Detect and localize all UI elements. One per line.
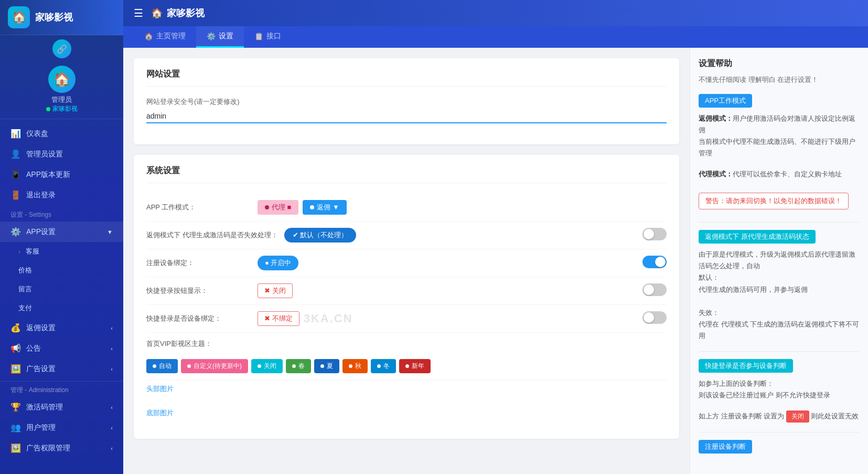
- content-area: 网站设置 网站登录安全号(请一定要修改) 系统设置 APP 工作模式： 代理 ■: [123, 48, 868, 474]
- website-settings-title: 网站设置: [146, 69, 667, 87]
- tab-label: 主页管理: [156, 31, 186, 41]
- topbar: ☰ 🏠 家哆影视: [123, 0, 868, 26]
- sidebar-item-announcement[interactable]: 📢 公告 ‹: [0, 338, 123, 359]
- tabbar: 🏠 主页管理 ⚙️ 设置 📋 接口: [123, 26, 868, 48]
- theme-row: 首页VIP影视区主题： 自动 自定义(待更新中) 关闭 春 夏 秋 冬 新年: [146, 333, 667, 380]
- api-icon: 📋: [254, 32, 263, 40]
- quick-login-btn-label: 快捷登录按钮显示：: [146, 286, 251, 296]
- sidebar-item-label: 公告: [26, 344, 41, 353]
- theme-winter-button[interactable]: 冬: [371, 359, 396, 373]
- sidebar-sub-label: 留言: [18, 285, 32, 294]
- sidebar-item-ad-permission[interactable]: 🖼️ 广告权限管理 ‹: [0, 438, 123, 458]
- menu-icon[interactable]: ☰: [134, 7, 143, 19]
- quick-login-device-value: ✖ 不绑定 3KA.CN: [258, 311, 636, 326]
- sidebar-sub-label: 客服: [26, 247, 39, 256]
- quick-login-btn-value: ✖ 关闭: [258, 283, 636, 298]
- quick-login-desc1: 如参与上面的设备判断： 则该设备已经注册过账户 则不允许快捷登录: [699, 378, 860, 401]
- proxy-mode-button[interactable]: 代理 ■: [258, 200, 298, 215]
- announcement-icon: 📢: [10, 343, 21, 353]
- register-device-badge: 注册设备判断: [699, 440, 752, 454]
- header-image-row: 头部图片: [146, 380, 667, 394]
- trophy-icon: 🏆: [10, 402, 21, 412]
- device-bind-button[interactable]: ● 开启中: [258, 256, 298, 270]
- sidebar-user: 🏠 管理员 家哆影视: [0, 62, 123, 119]
- sidebar-item-comment[interactable]: 留言: [0, 280, 123, 299]
- admin-icon: 👤: [10, 149, 21, 159]
- theme-autumn-button[interactable]: 秋: [342, 359, 368, 373]
- warn-box: 警告：请勿来回切换！以免引起的数据错误！: [699, 193, 849, 209]
- quick-login-device-switch[interactable]: [642, 311, 667, 324]
- sidebar-item-price[interactable]: 价格: [0, 261, 123, 280]
- app-mode-buttons: 代理 ■ 返佣 ▼: [258, 200, 347, 215]
- close-red-button[interactable]: 关闭: [786, 410, 809, 423]
- tab-api[interactable]: 📋 接口: [244, 26, 292, 48]
- sidebar-item-user-mgmt[interactable]: 👥 用户管理 ‹: [0, 417, 123, 438]
- device-bind-switch[interactable]: [642, 256, 667, 268]
- proxy-activation-button[interactable]: ✔ 默认（不处理）: [284, 228, 357, 243]
- settings-section-label: 设置 - Settings: [0, 207, 123, 222]
- app-mode-help-section: APP工作模式 返佣模式：用户使用激活码会对激请人按设定比例返佣 当前模式中代理…: [699, 94, 860, 213]
- sidebar: 🏠 家哆影视 🔗 🏠 管理员 家哆影视 📊 仪表盘 👤 管理员设置 📱 APP版…: [0, 0, 123, 474]
- quick-login-badge: 快捷登录是否参与设备判断: [699, 359, 793, 373]
- theme-newyear-button[interactable]: 新年: [399, 359, 431, 373]
- return-activation-desc: 由于原是代理模式，升级为返佣模式后原代理遗留激活码怎么处理，自动 默认： 代理生…: [699, 249, 860, 342]
- quick-login-btn-switch[interactable]: [642, 283, 667, 296]
- sidebar-item-label: 退出登录: [26, 191, 56, 200]
- theme-close-button[interactable]: 关闭: [251, 359, 283, 373]
- theme-custom-button[interactable]: 自定义(待更新中): [181, 359, 248, 373]
- website-settings-card: 网站设置 网站登录安全号(请一定要修改): [134, 58, 679, 144]
- home-icon: 🏠: [144, 32, 153, 40]
- tab-settings[interactable]: ⚙️ 设置: [196, 26, 244, 48]
- proxy-activation-switch[interactable]: [642, 228, 667, 240]
- quick-login-device-button[interactable]: ✖ 不绑定: [258, 311, 299, 326]
- chevron-right-icon: ‹: [111, 425, 113, 431]
- quick-login-device-label: 快捷登录是否设备绑定：: [146, 314, 251, 323]
- tab-homepage[interactable]: 🏠 主页管理: [134, 26, 196, 48]
- sidebar-item-app-update[interactable]: 📱 APP版本更新: [0, 164, 123, 185]
- theme-spring-button[interactable]: 春: [286, 359, 311, 373]
- quick-login-desc2: 如上方 注册设备判断 设置为 关闭 则此处设置无效: [699, 410, 860, 423]
- sidebar-item-app-settings[interactable]: ⚙️ APP设置 ▼: [0, 222, 123, 242]
- quick-login-device-row: 快捷登录是否设备绑定： ✖ 不绑定 3KA.CN: [146, 305, 667, 333]
- help-title: 设置帮助: [699, 58, 860, 69]
- status-dot: [46, 107, 50, 111]
- dot-icon: [265, 205, 269, 209]
- sidebar-item-activation-mgmt[interactable]: 🏆 激活码管理 ‹: [0, 397, 123, 417]
- return-activation-badge: 返佣模式下 原代理生成激活码状态: [699, 230, 816, 244]
- quick-login-btn-button[interactable]: ✖ 关闭: [258, 283, 293, 298]
- sidebar-item-logout[interactable]: 🚪 退出登录: [0, 185, 123, 205]
- sidebar-item-return-settings[interactable]: 💰 返佣设置 ‹: [0, 318, 123, 338]
- quick-login-help-section: 快捷登录是否参与设备判断 如参与上面的设备判断： 则该设备已经注册过账户 则不允…: [699, 359, 860, 423]
- tab-label: 设置: [219, 31, 233, 41]
- sidebar-item-customer-service[interactable]: › 客服: [0, 242, 123, 261]
- chevron-right-icon: ‹: [111, 345, 113, 352]
- sidebar-item-payment[interactable]: 支付: [0, 299, 123, 318]
- right-panel: 设置帮助 不懂先仔细阅读 理解明白 在进行设置！ APP工作模式 返佣模式：用户…: [690, 48, 868, 474]
- proxy-mode-desc: 代理模式：代理可以低价拿卡、自定义购卡地址: [699, 168, 860, 180]
- share-button[interactable]: 🔗: [52, 39, 71, 58]
- login-security-input[interactable]: [146, 110, 667, 123]
- theme-auto-button[interactable]: 自动: [146, 359, 178, 373]
- sidebar-item-label: 广告权限管理: [26, 444, 70, 453]
- sidebar-item-dashboard[interactable]: 📊 仪表盘: [0, 123, 123, 144]
- dashboard-icon: 📊: [10, 129, 21, 139]
- footer-image-link[interactable]: 底部图片: [146, 408, 174, 418]
- proxy-activation-label: 返佣模式下 代理生成激活码是否失效处理：: [146, 230, 278, 240]
- settings-icon: ⚙️: [10, 227, 21, 237]
- login-security-row: 网站登录安全号(请一定要修改): [146, 97, 667, 123]
- sidebar-item-ad-settings[interactable]: 🖼️ 广告设置 ‹: [0, 359, 123, 379]
- app-icon: 📱: [10, 170, 21, 180]
- topbar-title: 家哆影视: [167, 7, 205, 19]
- permission-icon: 🖼️: [10, 443, 21, 453]
- divider3: [699, 432, 860, 433]
- device-bind-value: ● 开启中: [258, 256, 636, 270]
- register-device-help-section: 注册设备判断: [699, 440, 860, 459]
- header-image-link[interactable]: 头部图片: [146, 384, 174, 394]
- quick-login-btn-row: 快捷登录按钮显示： ✖ 关闭: [146, 277, 667, 305]
- sidebar-item-admin-settings[interactable]: 👤 管理员设置: [0, 144, 123, 164]
- app-mode-badge: APP工作模式: [699, 94, 752, 108]
- main-panel: 网站设置 网站登录安全号(请一定要修改) 系统设置 APP 工作模式： 代理 ■: [123, 48, 690, 474]
- return-mode-button[interactable]: 返佣 ▼: [303, 200, 346, 215]
- return-activation-help-section: 返佣模式下 原代理生成激活码状态 由于原是代理模式，升级为返佣模式后原代理遗留激…: [699, 230, 860, 342]
- theme-summer-button[interactable]: 夏: [314, 359, 339, 373]
